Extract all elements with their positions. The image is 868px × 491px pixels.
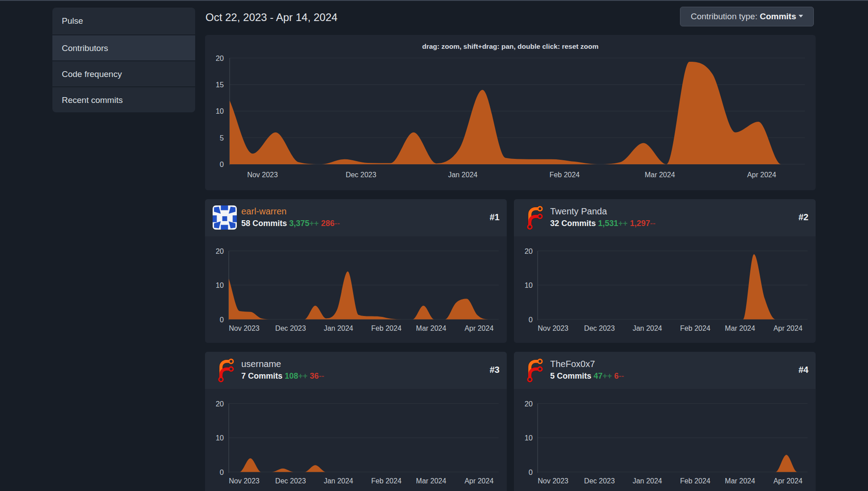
svg-text:Feb 2024: Feb 2024	[371, 324, 402, 332]
svg-text:Nov 2023: Nov 2023	[229, 324, 260, 332]
svg-text:0: 0	[529, 468, 533, 476]
svg-text:20: 20	[525, 400, 533, 408]
svg-text:10: 10	[525, 434, 533, 442]
svg-text:10: 10	[216, 281, 224, 289]
svg-text:20: 20	[216, 54, 224, 62]
svg-text:Apr 2024: Apr 2024	[747, 171, 776, 179]
svg-text:Dec 2023: Dec 2023	[275, 477, 306, 485]
svg-text:10: 10	[216, 107, 224, 115]
svg-text:10: 10	[216, 434, 224, 442]
svg-text:Mar 2024: Mar 2024	[725, 324, 755, 332]
svg-text:5: 5	[220, 134, 224, 142]
svg-text:Apr 2024: Apr 2024	[774, 477, 803, 485]
svg-text:0: 0	[529, 316, 533, 324]
svg-text:Mar 2024: Mar 2024	[416, 477, 446, 485]
svg-text:15: 15	[216, 81, 224, 89]
svg-text:Mar 2024: Mar 2024	[725, 477, 755, 485]
svg-text:Dec 2023: Dec 2023	[584, 324, 615, 332]
svg-text:Feb 2024: Feb 2024	[680, 324, 710, 332]
svg-text:Jan 2024: Jan 2024	[633, 324, 662, 332]
svg-text:Nov 2023: Nov 2023	[247, 171, 278, 179]
svg-text:Dec 2023: Dec 2023	[584, 477, 615, 485]
svg-text:20: 20	[216, 247, 224, 255]
svg-text:Apr 2024: Apr 2024	[465, 324, 494, 332]
svg-text:Mar 2024: Mar 2024	[416, 324, 446, 332]
svg-text:20: 20	[525, 247, 533, 255]
svg-text:Nov 2023: Nov 2023	[538, 324, 569, 332]
svg-text:Nov 2023: Nov 2023	[229, 477, 260, 485]
svg-text:Nov 2023: Nov 2023	[538, 477, 569, 485]
svg-text:Apr 2024: Apr 2024	[465, 477, 494, 485]
svg-text:Mar 2024: Mar 2024	[645, 171, 675, 179]
svg-text:0: 0	[220, 160, 224, 168]
svg-text:Jan 2024: Jan 2024	[324, 477, 353, 485]
svg-text:0: 0	[220, 316, 224, 324]
svg-text:Apr 2024: Apr 2024	[774, 324, 803, 332]
svg-text:0: 0	[220, 468, 224, 476]
svg-text:Dec 2023: Dec 2023	[346, 171, 376, 179]
svg-text:Jan 2024: Jan 2024	[633, 477, 662, 485]
svg-text:Feb 2024: Feb 2024	[680, 477, 710, 485]
svg-text:Jan 2024: Jan 2024	[324, 324, 353, 332]
svg-text:10: 10	[525, 281, 533, 289]
svg-text:Dec 2023: Dec 2023	[275, 324, 306, 332]
svg-text:Jan 2024: Jan 2024	[448, 171, 478, 179]
svg-text:Feb 2024: Feb 2024	[549, 171, 580, 179]
svg-text:20: 20	[216, 400, 224, 408]
svg-text:Feb 2024: Feb 2024	[371, 477, 402, 485]
